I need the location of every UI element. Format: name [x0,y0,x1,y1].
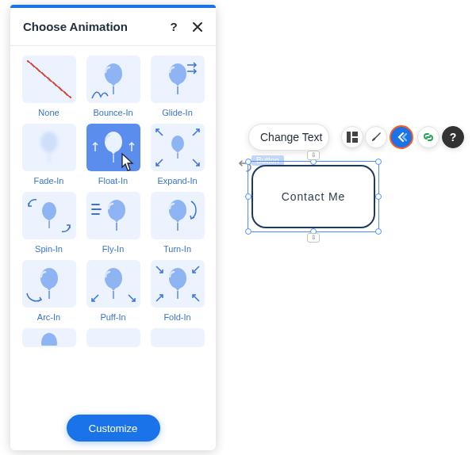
svg-point-2 [40,132,58,152]
animation-option-label: Spin-In [35,244,63,254]
balloon-icon [36,131,63,164]
animation-option-label: Fold-In [163,312,190,322]
animation-icon[interactable] [390,125,413,149]
balloon-icon [167,135,188,160]
tile-expand-in [151,124,205,171]
help-icon[interactable]: ? [167,20,181,34]
expand-arrow-icon [191,128,201,137]
float-arrow-icon [91,141,99,152]
design-brush-icon[interactable] [365,126,387,148]
panel-header-actions: ? [167,20,205,34]
svg-point-9 [105,268,122,289]
svg-point-11 [41,333,57,346]
animation-option-peek[interactable] [84,328,142,347]
resize-handle-l[interactable] [245,193,251,200]
drag-handle-bottom[interactable] [307,233,320,243]
animation-grid: None Boun [20,55,206,322]
fly-lines-icon [91,203,102,216]
tile-glide-in [151,55,205,103]
puff-arrow-icon [127,293,136,303]
svg-rect-14 [352,138,358,143]
svg-point-6 [108,200,125,220]
tile-float-in [86,124,140,171]
animation-option-label: None [38,108,59,117]
animation-option-label: Arc-In [37,312,60,322]
animation-option-fly-in[interactable]: Fly-In [84,192,142,254]
animation-option-label: Fly-In [102,244,125,254]
svg-point-8 [40,268,58,289]
animation-option-label: Turn-In [163,244,191,254]
fold-arrow-icon [155,265,164,274]
svg-rect-13 [352,132,358,136]
animation-option-peek[interactable] [148,328,206,347]
animation-option-fold-in[interactable]: Fold-In [148,260,206,322]
tile-bounce-in [86,55,140,103]
animation-option-fade-in[interactable]: Fade-In [20,124,78,185]
svg-point-10 [169,268,186,289]
svg-point-7 [169,200,186,220]
svg-point-4 [171,136,184,151]
tile-spin-in [22,192,76,239]
animation-option-expand-in[interactable]: Expand-In [148,124,206,185]
resize-handle-b[interactable] [310,228,317,235]
resize-handle-br[interactable] [375,228,382,235]
fold-arrow-icon [155,293,164,303]
resize-handle-bl[interactable] [245,228,251,235]
link-icon[interactable] [417,126,440,148]
svg-point-0 [105,63,122,84]
svg-point-5 [42,202,56,220]
animation-panel: Choose Animation ? None [10,5,216,450]
close-icon[interactable] [190,20,205,34]
animation-option-glide-in[interactable]: Glide-In [148,55,206,117]
contact-me-button[interactable]: Contact Me [251,165,375,228]
bounce-path-icon [91,89,109,100]
drag-handle-top[interactable] [307,151,320,160]
animation-option-spin-in[interactable]: Spin-In [20,192,78,254]
tile-none [22,55,76,103]
expand-arrow-icon [191,158,201,167]
animation-option-arc-in[interactable]: Arc-In [20,260,78,322]
expand-arrow-icon [155,128,164,137]
balloon-icon [37,330,61,346]
animation-option-puff-in[interactable]: Puff-In [84,260,142,322]
change-text-button[interactable]: Change Text [260,131,322,143]
animation-option-label: Puff-In [100,312,125,322]
fold-arrow-icon [191,265,201,274]
puff-arrow-icon [90,293,100,303]
balloon-icon [103,199,130,232]
tile-arc-in [22,260,76,308]
layout-icon[interactable] [341,126,363,148]
animation-option-peek[interactable] [20,328,78,347]
animation-option-label: Fade-In [34,176,64,185]
tile-peek [86,328,140,347]
glide-arrow-icon [186,62,201,76]
animation-option-label: Bounce-In [93,108,132,117]
tile-peek [151,328,205,347]
float-arrow-icon [128,141,136,152]
animation-option-float-in[interactable]: Float-In [84,124,142,185]
animation-option-label: Expand-In [157,176,197,185]
tile-peek [22,328,76,347]
turn-arrow-icon [189,200,202,220]
resize-handle-tr[interactable] [375,159,382,165]
fold-arrow-icon [191,293,201,303]
tile-turn-in [151,192,205,239]
contact-me-button-label: Contact Me [282,190,346,203]
customize-button[interactable]: Customize [67,415,160,442]
balloon-icon [100,131,127,164]
balloon-icon [37,201,61,231]
expand-arrow-icon [155,158,164,167]
context-help-icon[interactable]: ? [442,126,464,148]
balloon-icon [100,267,127,300]
element-toolbar: Change Text [248,124,329,151]
animation-option-bounce-in[interactable]: Bounce-In [84,55,142,117]
arc-arrow-icon [25,292,43,304]
animation-option-none[interactable]: None [20,55,78,117]
spin-arrow-icon [59,220,73,235]
resize-handle-r[interactable] [375,193,382,200]
spin-arrow-icon [25,197,40,211]
resize-handle-t[interactable] [310,159,317,165]
undo-icon[interactable] [237,156,253,172]
animation-option-turn-in[interactable]: Turn-In [148,192,206,254]
editor-canvas: Change Text ? Button Contact Me [234,0,476,455]
